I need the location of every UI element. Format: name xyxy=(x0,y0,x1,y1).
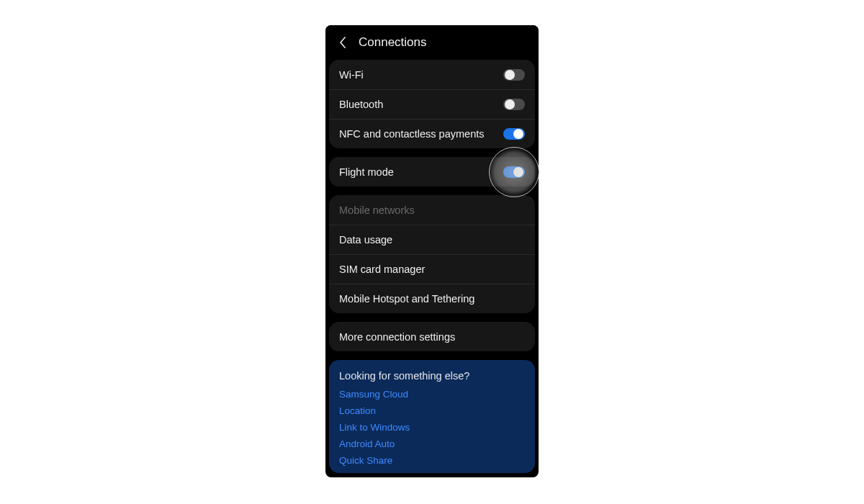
row-sim-manager-label: SIM card manager xyxy=(339,264,425,275)
row-more-connection-settings[interactable]: More connection settings xyxy=(329,322,535,351)
row-nfc[interactable]: NFC and contactless payments xyxy=(329,119,535,148)
row-bluetooth[interactable]: Bluetooth xyxy=(329,89,535,119)
group-flight: Flight mode xyxy=(329,157,535,186)
link-samsung-cloud[interactable]: Samsung Cloud xyxy=(339,389,525,400)
suggestions-card: Looking for something else? Samsung Clou… xyxy=(329,360,535,473)
bluetooth-toggle[interactable] xyxy=(503,99,525,110)
row-data-usage[interactable]: Data usage xyxy=(329,225,535,254)
row-sim-manager[interactable]: SIM card manager xyxy=(329,254,535,284)
link-quick-share[interactable]: Quick Share xyxy=(339,455,525,466)
row-flight-mode-label: Flight mode xyxy=(339,166,394,178)
row-hotspot-label: Mobile Hotspot and Tethering xyxy=(339,293,474,305)
back-button[interactable] xyxy=(334,34,351,51)
row-mobile-networks-label: Mobile networks xyxy=(339,204,415,216)
page-title: Connections xyxy=(359,35,427,50)
nfc-toggle[interactable] xyxy=(503,128,525,140)
link-android-auto[interactable]: Android Auto xyxy=(339,438,525,449)
row-wifi[interactable]: Wi-Fi xyxy=(329,60,535,89)
group-mobile: Mobile networks Data usage SIM card mana… xyxy=(329,195,535,313)
row-more-label: More connection settings xyxy=(339,331,455,343)
row-data-usage-label: Data usage xyxy=(339,234,392,246)
header-bar: Connections xyxy=(325,25,539,60)
group-more: More connection settings xyxy=(329,322,535,351)
chevron-left-icon xyxy=(339,37,346,48)
link-link-to-windows[interactable]: Link to Windows xyxy=(339,422,525,433)
link-location[interactable]: Location xyxy=(339,405,525,416)
flight-mode-toggle[interactable] xyxy=(503,166,525,178)
suggestions-title: Looking for something else? xyxy=(339,370,525,382)
row-wifi-label: Wi-Fi xyxy=(339,69,364,81)
row-nfc-label: NFC and contactless payments xyxy=(339,128,484,140)
row-mobile-networks: Mobile networks xyxy=(329,195,535,225)
wifi-toggle[interactable] xyxy=(503,69,525,81)
group-wireless: Wi-Fi Bluetooth NFC and contactless paym… xyxy=(329,60,535,148)
row-hotspot[interactable]: Mobile Hotspot and Tethering xyxy=(329,284,535,313)
row-bluetooth-label: Bluetooth xyxy=(339,99,383,110)
row-flight-mode[interactable]: Flight mode xyxy=(329,157,535,186)
phone-frame: Connections Wi-Fi Bluetooth NFC and cont… xyxy=(325,25,539,477)
